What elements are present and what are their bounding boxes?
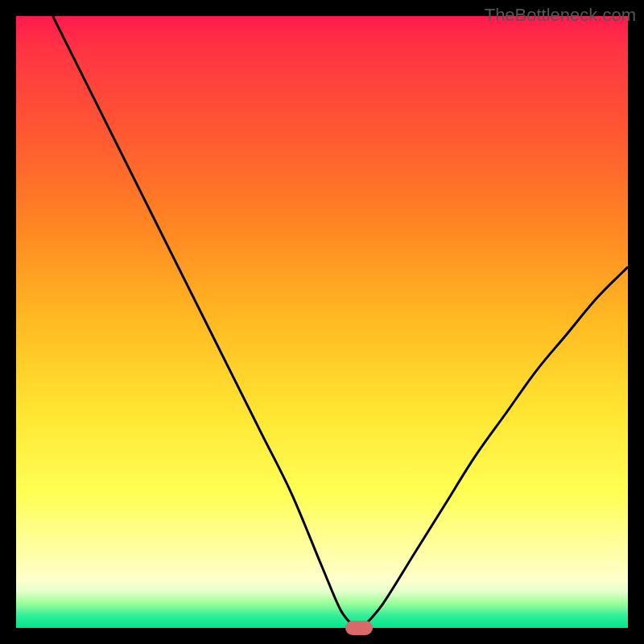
optimal-marker bbox=[345, 621, 373, 635]
bottleneck-curve bbox=[53, 16, 628, 628]
plot-area bbox=[16, 16, 628, 628]
curve-svg bbox=[16, 16, 628, 628]
watermark-text: TheBottleneck.com bbox=[485, 5, 636, 26]
